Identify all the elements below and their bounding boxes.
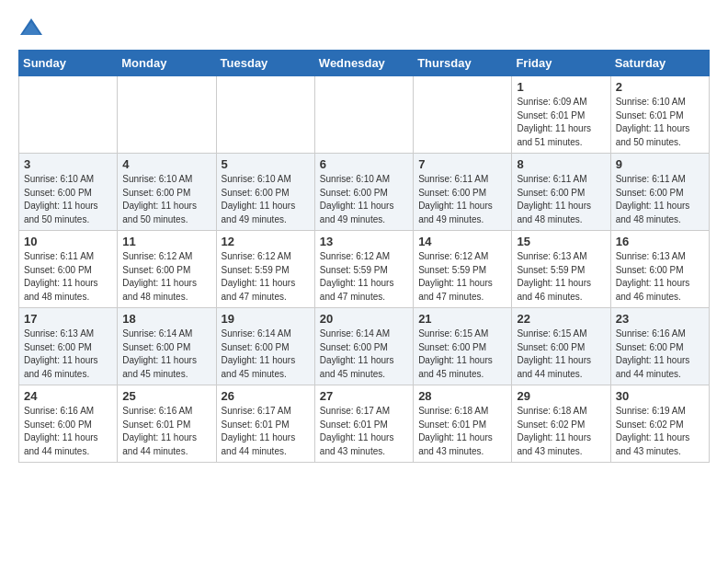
day-info: Sunrise: 6:18 AM Sunset: 6:01 PM Dayligh… (418, 405, 506, 458)
day-number: 17 (24, 312, 112, 326)
calendar-header-row: SundayMondayTuesdayWednesdayThursdayFrid… (19, 51, 710, 76)
day-number: 8 (517, 157, 605, 171)
week-row-3: 10Sunrise: 6:11 AM Sunset: 6:00 PM Dayli… (19, 231, 710, 308)
day-number: 1 (517, 80, 605, 94)
day-number: 30 (616, 389, 704, 403)
day-number: 14 (418, 235, 506, 248)
day-number: 19 (222, 312, 310, 326)
day-info: Sunrise: 6:10 AM Sunset: 6:01 PM Dayligh… (616, 96, 704, 149)
day-number: 29 (517, 389, 605, 403)
day-info: Sunrise: 6:17 AM Sunset: 6:01 PM Dayligh… (222, 405, 310, 458)
col-header-friday: Friday (512, 51, 610, 76)
day-cell: 13Sunrise: 6:12 AM Sunset: 5:59 PM Dayli… (314, 231, 413, 308)
col-header-sunday: Sunday (19, 51, 118, 76)
col-header-thursday: Thursday (414, 51, 512, 76)
day-info: Sunrise: 6:16 AM Sunset: 6:01 PM Dayligh… (122, 405, 210, 458)
day-number: 12 (222, 235, 310, 248)
day-number: 13 (320, 235, 408, 248)
day-info: Sunrise: 6:15 AM Sunset: 6:00 PM Dayligh… (517, 327, 605, 381)
day-cell: 12Sunrise: 6:12 AM Sunset: 5:59 PM Dayli… (216, 231, 314, 308)
day-cell: 10Sunrise: 6:11 AM Sunset: 6:00 PM Dayli… (19, 231, 118, 308)
day-info: Sunrise: 6:12 AM Sunset: 6:00 PM Dayligh… (122, 250, 210, 304)
day-info: Sunrise: 6:10 AM Sunset: 6:00 PM Dayligh… (122, 173, 210, 226)
day-number: 18 (122, 312, 210, 326)
day-cell: 9Sunrise: 6:11 AM Sunset: 6:00 PM Daylig… (610, 154, 709, 231)
week-row-4: 17Sunrise: 6:13 AM Sunset: 6:00 PM Dayli… (19, 308, 710, 385)
day-cell (414, 76, 512, 154)
col-header-saturday: Saturday (610, 51, 709, 76)
logo-icon (18, 15, 44, 40)
day-cell: 28Sunrise: 6:18 AM Sunset: 6:01 PM Dayli… (414, 385, 512, 463)
header (18, 15, 710, 40)
week-row-1: 1Sunrise: 6:09 AM Sunset: 6:01 PM Daylig… (19, 76, 710, 154)
day-cell: 20Sunrise: 6:14 AM Sunset: 6:00 PM Dayli… (314, 308, 413, 385)
day-info: Sunrise: 6:10 AM Sunset: 6:00 PM Dayligh… (320, 173, 408, 226)
page: SundayMondayTuesdayWednesdayThursdayFrid… (0, 0, 728, 477)
day-number: 2 (616, 80, 704, 94)
day-number: 24 (24, 389, 112, 403)
day-info: Sunrise: 6:18 AM Sunset: 6:02 PM Dayligh… (517, 405, 605, 458)
col-header-monday: Monday (118, 51, 216, 76)
day-cell: 5Sunrise: 6:10 AM Sunset: 6:00 PM Daylig… (216, 154, 314, 231)
day-number: 20 (320, 312, 408, 326)
day-info: Sunrise: 6:11 AM Sunset: 6:00 PM Dayligh… (616, 173, 704, 226)
day-cell: 16Sunrise: 6:13 AM Sunset: 6:00 PM Dayli… (610, 231, 709, 308)
day-cell: 8Sunrise: 6:11 AM Sunset: 6:00 PM Daylig… (512, 154, 610, 231)
day-number: 28 (418, 389, 506, 403)
day-cell: 7Sunrise: 6:11 AM Sunset: 6:00 PM Daylig… (414, 154, 512, 231)
day-number: 15 (517, 235, 605, 248)
day-cell: 15Sunrise: 6:13 AM Sunset: 5:59 PM Dayli… (512, 231, 610, 308)
day-number: 25 (122, 389, 210, 403)
day-cell: 22Sunrise: 6:15 AM Sunset: 6:00 PM Dayli… (512, 308, 610, 385)
day-number: 5 (222, 157, 310, 171)
day-cell: 3Sunrise: 6:10 AM Sunset: 6:00 PM Daylig… (19, 154, 118, 231)
day-cell: 24Sunrise: 6:16 AM Sunset: 6:00 PM Dayli… (19, 385, 118, 463)
day-cell: 19Sunrise: 6:14 AM Sunset: 6:00 PM Dayli… (216, 308, 314, 385)
day-cell: 2Sunrise: 6:10 AM Sunset: 6:01 PM Daylig… (610, 76, 709, 154)
calendar: SundayMondayTuesdayWednesdayThursdayFrid… (18, 50, 710, 463)
day-number: 4 (122, 157, 210, 171)
day-info: Sunrise: 6:16 AM Sunset: 6:00 PM Dayligh… (24, 405, 112, 458)
day-info: Sunrise: 6:11 AM Sunset: 6:00 PM Dayligh… (24, 250, 112, 304)
logo-area (18, 15, 48, 40)
day-info: Sunrise: 6:12 AM Sunset: 5:59 PM Dayligh… (222, 250, 310, 304)
day-info: Sunrise: 6:19 AM Sunset: 6:02 PM Dayligh… (616, 405, 704, 458)
day-cell: 18Sunrise: 6:14 AM Sunset: 6:00 PM Dayli… (118, 308, 216, 385)
day-cell: 25Sunrise: 6:16 AM Sunset: 6:01 PM Dayli… (118, 385, 216, 463)
day-info: Sunrise: 6:12 AM Sunset: 5:59 PM Dayligh… (320, 250, 408, 304)
day-number: 9 (616, 157, 704, 171)
day-info: Sunrise: 6:15 AM Sunset: 6:00 PM Dayligh… (418, 327, 506, 381)
day-info: Sunrise: 6:09 AM Sunset: 6:01 PM Dayligh… (517, 96, 605, 149)
day-number: 22 (517, 312, 605, 326)
day-cell: 21Sunrise: 6:15 AM Sunset: 6:00 PM Dayli… (414, 308, 512, 385)
col-header-wednesday: Wednesday (314, 51, 413, 76)
day-cell: 14Sunrise: 6:12 AM Sunset: 5:59 PM Dayli… (414, 231, 512, 308)
day-cell: 23Sunrise: 6:16 AM Sunset: 6:00 PM Dayli… (610, 308, 709, 385)
day-cell: 11Sunrise: 6:12 AM Sunset: 6:00 PM Dayli… (118, 231, 216, 308)
day-number: 7 (418, 157, 506, 171)
week-row-2: 3Sunrise: 6:10 AM Sunset: 6:00 PM Daylig… (19, 154, 710, 231)
day-number: 26 (222, 389, 310, 403)
day-info: Sunrise: 6:11 AM Sunset: 6:00 PM Dayligh… (517, 173, 605, 226)
day-info: Sunrise: 6:11 AM Sunset: 6:00 PM Dayligh… (418, 173, 506, 226)
day-number: 23 (616, 312, 704, 326)
col-header-tuesday: Tuesday (216, 51, 314, 76)
day-cell: 27Sunrise: 6:17 AM Sunset: 6:01 PM Dayli… (314, 385, 413, 463)
day-cell (314, 76, 413, 154)
week-row-5: 24Sunrise: 6:16 AM Sunset: 6:00 PM Dayli… (19, 385, 710, 463)
day-info: Sunrise: 6:13 AM Sunset: 6:00 PM Dayligh… (616, 250, 704, 304)
day-cell (216, 76, 314, 154)
day-cell: 17Sunrise: 6:13 AM Sunset: 6:00 PM Dayli… (19, 308, 118, 385)
day-number: 27 (320, 389, 408, 403)
day-cell: 4Sunrise: 6:10 AM Sunset: 6:00 PM Daylig… (118, 154, 216, 231)
day-number: 21 (418, 312, 506, 326)
day-cell: 30Sunrise: 6:19 AM Sunset: 6:02 PM Dayli… (610, 385, 709, 463)
day-number: 16 (616, 235, 704, 248)
day-info: Sunrise: 6:14 AM Sunset: 6:00 PM Dayligh… (320, 327, 408, 381)
day-number: 11 (122, 235, 210, 248)
day-cell: 26Sunrise: 6:17 AM Sunset: 6:01 PM Dayli… (216, 385, 314, 463)
day-cell (19, 76, 118, 154)
day-info: Sunrise: 6:10 AM Sunset: 6:00 PM Dayligh… (24, 173, 112, 226)
day-cell: 29Sunrise: 6:18 AM Sunset: 6:02 PM Dayli… (512, 385, 610, 463)
day-info: Sunrise: 6:10 AM Sunset: 6:00 PM Dayligh… (222, 173, 310, 226)
